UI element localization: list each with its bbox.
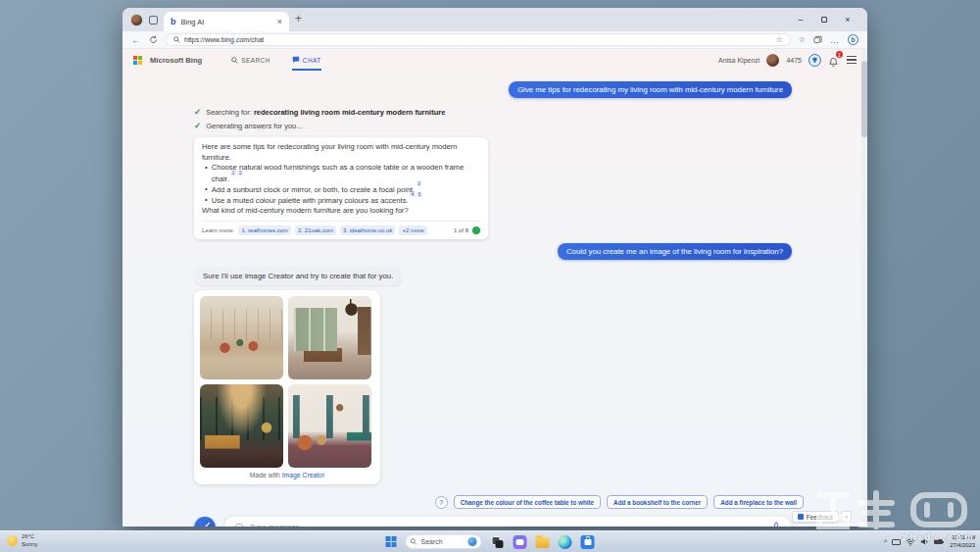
microsoft-logo — [133, 56, 142, 65]
suggestion-chip[interactable]: Change the colour of the coffee table to… — [454, 495, 601, 509]
notifications-bell-icon[interactable]: 1 — [828, 54, 840, 66]
learn-more-label: Learn more: — [202, 226, 234, 235]
user-message-2: Could you create me an image of the livi… — [558, 243, 792, 260]
tray-time: 11:11 AM — [952, 534, 975, 540]
chat-bubble-icon — [234, 523, 244, 527]
bing-header: Microsoft Bing SEARCH CHAT Anisa Kipenzi… — [122, 49, 867, 71]
browser-toolbar: ← https://www.bing.com/chat ☆ ☆ … b — [122, 31, 867, 49]
microphone-icon[interactable] — [771, 522, 781, 527]
close-button[interactable]: × — [836, 15, 859, 25]
tab-title: Bing AI — [181, 18, 272, 26]
image-creator-link[interactable]: Image Creator — [282, 472, 324, 478]
citation-link[interactable]: 3. idealhome.co.uk — [340, 226, 395, 235]
tab-chat[interactable]: CHAT — [292, 49, 321, 71]
bing-chat-page: Microsoft Bing SEARCH CHAT Anisa Kipenzi… — [122, 49, 867, 527]
task-view-button[interactable] — [491, 535, 505, 549]
battery-icon[interactable] — [934, 539, 943, 544]
refresh-icon[interactable] — [149, 35, 158, 44]
wifi-icon[interactable] — [906, 538, 915, 546]
message-input[interactable] — [250, 523, 765, 527]
rewards-medal-icon[interactable] — [808, 54, 821, 67]
favorites-icon[interactable]: ☆ — [799, 35, 806, 44]
page-scrollbar[interactable] — [861, 49, 867, 527]
tab-actions-icon[interactable] — [149, 16, 158, 25]
taskbar-clock[interactable]: 11:11 AM 27/4/2023 — [950, 534, 975, 550]
citation-mark[interactable]: 2 — [237, 171, 243, 176]
taskbar-weather-widget[interactable]: 26°C Sunny — [7, 533, 37, 548]
feedback-caret-button[interactable]: ▾ — [841, 511, 852, 523]
maximize-button[interactable] — [812, 15, 836, 25]
edge-browser-icon[interactable] — [559, 535, 572, 549]
citation-mark[interactable]: 5 — [416, 192, 422, 197]
feedback-icon — [798, 514, 804, 520]
answer-card: Here are some tips for redecorating your… — [194, 137, 488, 239]
citation-link[interactable]: 2. 21oak.com — [295, 226, 336, 235]
bing-search-ball-icon — [468, 537, 477, 546]
page-indicator: 1 of 8 — [454, 226, 468, 234]
sun-icon — [7, 535, 18, 546]
browser-tab-strip: b Bing AI × + – × — [122, 8, 867, 31]
citation-mark[interactable]: 4 — [410, 192, 416, 197]
address-bar[interactable]: https://www.bing.com/chat ☆ — [166, 33, 791, 46]
next-page-dot-button[interactable] — [472, 226, 480, 234]
suggestion-chip[interactable]: Add a bookshelf to the corner — [607, 495, 708, 509]
speaker-icon[interactable] — [920, 537, 929, 546]
bing-favicon: b — [171, 18, 176, 26]
message-input-pill — [223, 516, 792, 527]
tab-close-icon[interactable]: × — [277, 18, 282, 26]
citation-link[interactable]: 1. realhomes.com — [238, 226, 291, 235]
minimize-button[interactable]: – — [789, 15, 812, 25]
feedback-button[interactable]: Feedback — [792, 511, 840, 523]
user-avatar[interactable] — [766, 54, 779, 67]
taskbar-center: Search — [386, 531, 595, 552]
browser-profile-avatar[interactable] — [130, 14, 143, 26]
browser-menu-icon[interactable]: … — [830, 35, 840, 45]
generated-image-3[interactable] — [200, 384, 283, 468]
status-searching: ✓ Searching for: redecorating living roo… — [194, 108, 792, 117]
suggestion-row: ? Change the colour of the coffee table … — [194, 495, 804, 509]
back-icon[interactable]: ← — [131, 35, 141, 45]
new-tab-button[interactable]: + — [295, 13, 302, 26]
collections-icon[interactable] — [813, 35, 822, 44]
answer-intro: Here are some tips for redecorating your… — [202, 142, 480, 163]
bing-brand[interactable]: Microsoft Bing — [150, 56, 202, 65]
new-topic-button[interactable] — [194, 517, 216, 527]
help-button[interactable]: ? — [435, 496, 448, 509]
weather-condition: Sunny — [22, 541, 37, 547]
taskbar-search[interactable]: Search — [406, 534, 482, 549]
rewards-points: 4475 — [786, 57, 802, 64]
file-explorer-icon[interactable] — [536, 535, 550, 549]
hamburger-menu-icon[interactable] — [847, 56, 857, 64]
citation-mark[interactable]: 3 — [416, 181, 422, 186]
generated-image-4[interactable] — [288, 384, 371, 468]
microsoft-store-icon[interactable] — [581, 535, 595, 549]
search-label: Search — [421, 538, 443, 545]
tray-chevron-up-icon[interactable]: ^ — [884, 538, 887, 545]
generated-image-1[interactable] — [200, 296, 283, 379]
chat-app-icon[interactable] — [514, 535, 527, 549]
start-button[interactable] — [386, 536, 397, 547]
answer-question: What kind of mid-century modern furnitur… — [202, 206, 480, 217]
check-icon: ✓ — [194, 108, 201, 117]
suggestion-chip[interactable]: Add a fireplace to the wall — [713, 495, 804, 509]
bing-discover-icon[interactable]: b — [848, 34, 858, 45]
search-icon — [411, 538, 417, 545]
generated-image-2[interactable] — [288, 296, 371, 379]
citation-more-link[interactable]: +2 more — [399, 226, 426, 235]
maximize-icon — [821, 17, 827, 23]
answer-bullet: • Choose natural wood furnishings such a… — [205, 163, 480, 184]
tab-search[interactable]: SEARCH — [231, 49, 270, 71]
browser-tab-bing-ai[interactable]: b Bing AI × — [164, 12, 289, 31]
citation-mark[interactable]: 1 — [230, 171, 236, 176]
chat-bubble-icon — [292, 56, 300, 64]
check-icon: ✓ — [194, 122, 201, 130]
bookmark-page-icon[interactable]: ☆ — [776, 35, 783, 44]
touch-keyboard-icon[interactable] — [892, 539, 901, 545]
taskbar: 26°C Sunny Search ^ 11:11 AM 27/4/2023 — [0, 530, 980, 552]
chat-column: Give me tips for redecorating my living … — [194, 71, 792, 527]
image-grid — [200, 296, 374, 468]
scrollbar-thumb[interactable] — [861, 61, 867, 137]
user-name[interactable]: Anisa Kipenzi — [718, 57, 760, 64]
notification-badge: 1 — [836, 51, 843, 58]
user-message-1: Give me tips for redecorating my living … — [509, 81, 792, 98]
